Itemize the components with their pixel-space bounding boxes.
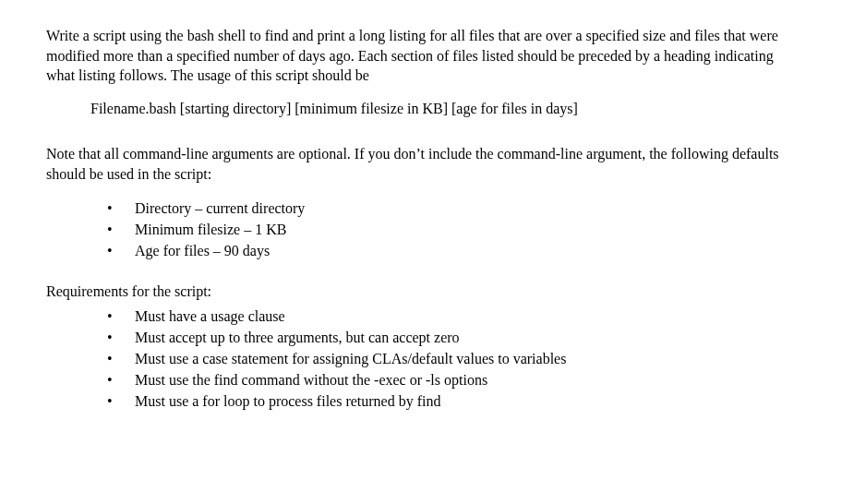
note-paragraph: Note that all command-line arguments are… [46, 144, 796, 184]
list-item: Age for files – 90 days [107, 240, 796, 261]
requirements-heading: Requirements for the script: [46, 282, 796, 302]
list-item: Must accept up to three arguments, but c… [107, 327, 796, 348]
requirements-list: Must have a usage clause Must accept up … [107, 306, 796, 413]
list-item: Minimum filesize – 1 KB [107, 219, 796, 240]
usage-line: Filename.bash [starting directory] [mini… [90, 99, 796, 119]
defaults-list: Directory – current directory Minimum fi… [107, 198, 796, 262]
list-item: Directory – current directory [107, 198, 796, 219]
intro-paragraph: Write a script using the bash shell to f… [46, 26, 796, 86]
list-item: Must use a case statement for assigning … [107, 348, 796, 369]
list-item: Must use the find command without the -e… [107, 369, 796, 390]
list-item: Must have a usage clause [107, 306, 796, 327]
list-item: Must use a for loop to process files ret… [107, 390, 796, 412]
